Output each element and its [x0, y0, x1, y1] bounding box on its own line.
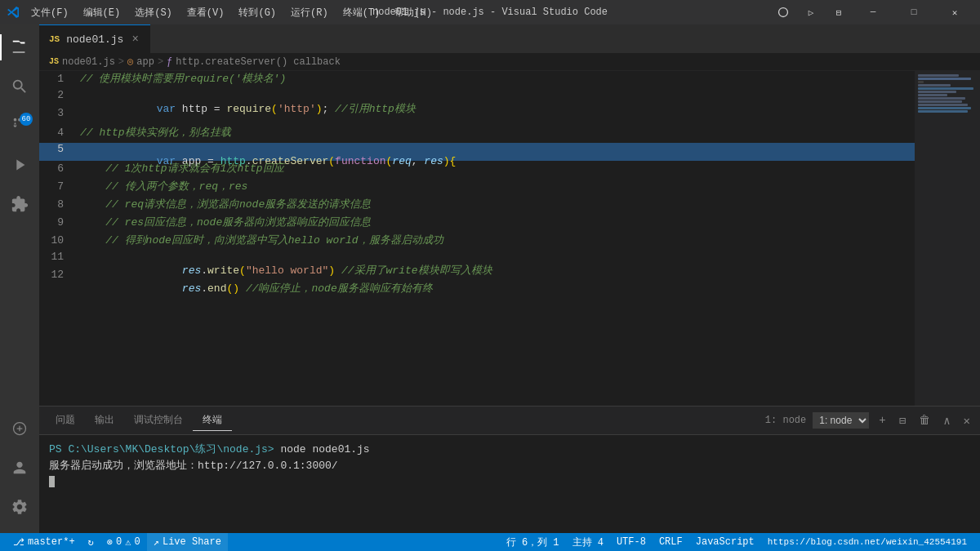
status-bar: ⎇ master*+ ↻ ⊗ 0 ⚠ 0 ↗ Live Share 行 6，列 … — [0, 533, 980, 551]
status-position[interactable]: 行 6，列 1 — [500, 533, 566, 551]
run-debug-icon[interactable] — [0, 145, 39, 184]
line-content: res.end() //响应停止，node服务器响应有始有终 — [80, 269, 915, 308]
status-link[interactable]: https://blog.csdn.net/weixin_42554191 — [761, 533, 973, 551]
status-language[interactable]: JavaScript — [689, 533, 761, 551]
status-eol-label: CRLF — [659, 536, 683, 548]
remote-button[interactable] — [771, 0, 795, 24]
tab-close-button[interactable]: × — [130, 31, 140, 47]
source-control-icon[interactable]: 60 — [0, 106, 39, 145]
status-eol[interactable]: CRLF — [653, 533, 689, 551]
branch-name: master*+ — [28, 536, 75, 548]
activity-bar-bottom — [0, 409, 39, 533]
panel-add-terminal[interactable]: + — [875, 412, 889, 429]
mm-line — [918, 107, 971, 109]
line-number: 7 — [39, 180, 80, 193]
line-number: 2 — [39, 89, 80, 101]
breadcrumb-app[interactable]: app — [136, 56, 154, 68]
breadcrumb-func[interactable]: http.createServer() callback — [176, 56, 341, 68]
breadcrumb-app-icon: ◎ — [127, 56, 133, 68]
settings-icon[interactable] — [0, 487, 39, 527]
terminal-prompt: PS C:\Users\MK\Desktop\练习\node.js> — [49, 443, 274, 455]
run-button[interactable]: ▷ — [799, 0, 823, 24]
panel-tab-terminal[interactable]: 终端 — [193, 410, 232, 431]
line-number: 4 — [39, 127, 80, 139]
status-branch[interactable]: ⎇ master*+ — [7, 533, 82, 551]
terminal-name: 1: node — [765, 415, 806, 426]
mm-line — [918, 84, 951, 87]
status-lang-label: JavaScript — [696, 536, 755, 548]
layout-button[interactable]: ⊟ — [826, 0, 851, 24]
window-controls[interactable]: ▷ ⊟ ─ □ ✕ — [771, 0, 973, 24]
terminal-dropdown[interactable]: 1: node — [813, 412, 869, 429]
mm-line — [918, 94, 947, 96]
close-button[interactable]: ✕ — [936, 0, 973, 24]
extensions-icon[interactable] — [0, 184, 39, 224]
account-icon[interactable] — [0, 448, 39, 487]
menu-run[interactable]: 运行(R) — [284, 4, 335, 21]
status-link-anchor[interactable]: https://blog.csdn.net/weixin_42554191 — [768, 537, 967, 547]
window-title: node01.js - node.js - Visual Studio Code — [372, 7, 608, 18]
sync-icon: ↻ — [88, 536, 94, 549]
status-encoding-label: UTF-8 — [617, 536, 646, 548]
breadcrumb-file-icon: JS — [49, 57, 59, 66]
panel-close[interactable]: ✕ — [960, 412, 973, 429]
minimap-inner — [915, 71, 980, 406]
panel-content: PS C:\Users\MK\Desktop\练习\node.js> node … — [39, 435, 980, 533]
breadcrumb-func-icon: ƒ — [167, 56, 172, 68]
panel-tab-debug[interactable]: 调试控制台 — [124, 410, 193, 431]
mm-line — [918, 110, 968, 113]
minimize-button[interactable]: ─ — [854, 0, 892, 24]
live-share-label: Live Share — [163, 536, 221, 548]
line-content: // http模块实例化，别名挂载 — [80, 125, 915, 140]
warning-icon: ⚠ — [125, 536, 131, 549]
line-content: // 得到node回应时，向浏览器中写入hello world，服务器启动成功 — [80, 233, 915, 247]
editor-tab[interactable]: JS node01.js × — [39, 24, 150, 53]
menu-goto[interactable]: 转到(G) — [232, 4, 283, 21]
terminal-output-text: 服务器启动成功，浏览器地址：http://127.0.0.1:3000/ — [49, 460, 338, 472]
mm-line — [918, 87, 973, 90]
panel-tab-output[interactable]: 输出 — [85, 410, 124, 431]
remote-icon[interactable] — [0, 409, 39, 448]
status-row-col: 行 6，列 1 — [506, 535, 559, 549]
line-number: 3 — [39, 107, 80, 119]
line-content: // 使用模块时需要用require('模块名') — [80, 71, 915, 86]
line-number: 8 — [39, 198, 80, 211]
terminal-cursor — [49, 476, 55, 487]
panel-tab-problems[interactable]: 问题 — [46, 410, 85, 431]
maximize-button[interactable]: □ — [895, 0, 933, 24]
panel-maximize[interactable]: ∧ — [940, 412, 953, 429]
status-sync[interactable]: ↻ — [82, 533, 100, 551]
mm-line — [918, 74, 959, 77]
status-errors[interactable]: ⊗ 0 ⚠ 0 — [100, 533, 147, 551]
explorer-icon[interactable] — [0, 28, 39, 67]
search-icon[interactable] — [0, 67, 39, 106]
menu-edit[interactable]: 编辑(E) — [77, 4, 127, 21]
minimap — [915, 71, 980, 406]
menu-view[interactable]: 查看(V) — [180, 4, 231, 21]
status-encoding[interactable]: UTF-8 — [610, 533, 653, 551]
title-bar: 文件(F) 编辑(E) 选择(S) 查看(V) 转到(G) 运行(R) 终端(T… — [0, 0, 980, 24]
panel-trash[interactable]: 🗑 — [915, 412, 933, 429]
breadcrumb-file[interactable]: node01.js — [62, 56, 115, 68]
menu-select[interactable]: 选择(S) — [128, 4, 179, 21]
panel-right-controls: 1: node 1: node + ⊟ 🗑 ∧ ✕ — [765, 412, 973, 429]
line-content: // 1次http请求就会有1次http回应 — [80, 161, 915, 176]
status-spaces-label: 主持 4 — [572, 535, 604, 549]
live-share-icon: ↗ — [154, 536, 159, 549]
menu-file[interactable]: 文件(F) — [24, 4, 75, 21]
status-live-share[interactable]: ↗ Live Share — [147, 533, 228, 551]
line-content: // res回应信息，node服务器向浏览器响应的回应信息 — [80, 215, 915, 229]
terminal-cursor-line — [49, 473, 970, 490]
mm-line — [918, 97, 965, 100]
panel-split[interactable]: ⊟ — [896, 412, 909, 429]
code-editor[interactable]: 1 // 使用模块时需要用require('模块名') 2 var http =… — [39, 71, 915, 406]
terminal-output: 服务器启动成功，浏览器地址：http://127.0.0.1:3000/ — [49, 458, 970, 474]
tab-bar: JS node01.js × — [39, 24, 980, 53]
code-area: 1 // 使用模块时需要用require('模块名') 2 var http =… — [39, 71, 980, 406]
code-line: 1 // 使用模块时需要用require('模块名') — [39, 71, 915, 89]
status-right: 行 6，列 1 主持 4 UTF-8 CRLF JavaScript https… — [500, 533, 973, 551]
terminal-command: node node01.js — [280, 443, 369, 455]
status-spaces[interactable]: 主持 4 — [566, 533, 610, 551]
line-number: 12 — [39, 269, 80, 281]
terminal-line: PS C:\Users\MK\Desktop\练习\node.js> node … — [49, 442, 970, 458]
